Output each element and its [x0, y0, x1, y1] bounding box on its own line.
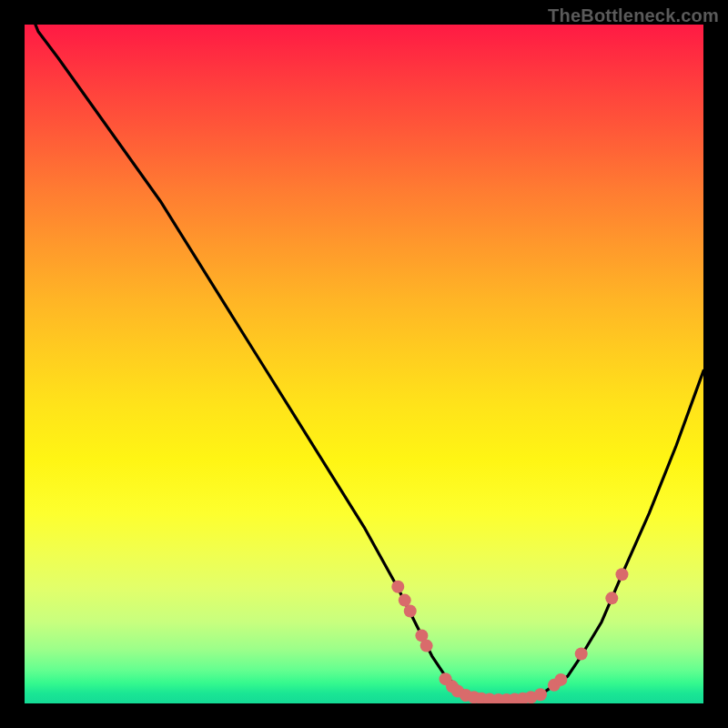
marker-dot	[615, 568, 628, 581]
marker-dot	[605, 592, 618, 604]
marker-dot	[468, 691, 480, 703]
chart-plot-area	[25, 25, 703, 703]
marker-dot	[575, 648, 588, 661]
marker-dot	[554, 673, 567, 686]
marker-dot	[475, 693, 488, 703]
marker-dot	[420, 640, 433, 652]
marker-dot	[517, 693, 530, 703]
curve-line	[25, 25, 703, 700]
marker-dot	[492, 693, 505, 703]
marker-dot	[534, 688, 547, 701]
marker-dot	[404, 605, 417, 618]
marker-dot	[440, 672, 452, 685]
watermark-text: TheBottleneck.com	[548, 5, 719, 26]
marker-dot	[391, 581, 404, 593]
marker-dot	[548, 679, 561, 692]
marker-dot	[399, 594, 411, 607]
marker-dot	[500, 693, 513, 703]
chart-svg	[25, 25, 703, 703]
marker-dot	[415, 629, 428, 642]
marker-dots	[391, 568, 628, 703]
marker-dot	[446, 680, 459, 693]
marker-dot	[483, 693, 496, 703]
marker-dot	[509, 693, 521, 703]
marker-dot	[451, 685, 464, 698]
marker-dot	[525, 691, 538, 703]
marker-dot	[460, 689, 472, 702]
